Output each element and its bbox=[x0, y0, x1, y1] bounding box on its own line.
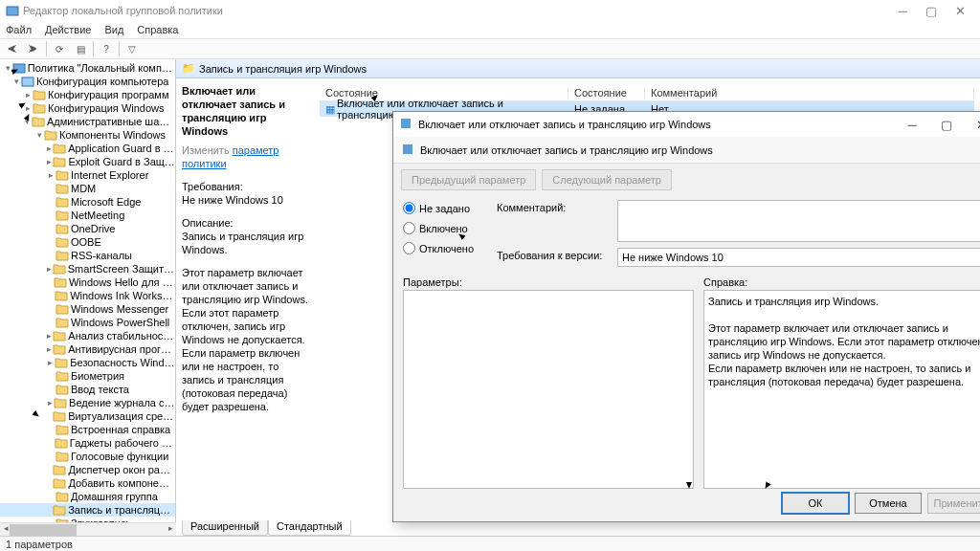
forward-icon[interactable]: ⮞ bbox=[25, 40, 42, 57]
menubar: Файл Действие Вид Справка bbox=[0, 21, 980, 38]
tree-scrollbar[interactable]: ◂ ▸ bbox=[0, 522, 176, 536]
detail-header: Запись и трансляция игр Windows bbox=[199, 63, 367, 75]
tab-standard[interactable]: Стандартный bbox=[268, 520, 351, 536]
tree-item[interactable]: Microsoft Edge bbox=[0, 195, 175, 209]
policy-title: Включает или отключает запись и трансляц… bbox=[182, 84, 312, 138]
req-label: Требования: bbox=[182, 181, 243, 192]
tree-item[interactable]: Голосовые функции bbox=[0, 450, 175, 463]
svg-rect-4 bbox=[403, 144, 412, 154]
radio-notset[interactable]: Не задано bbox=[403, 202, 483, 214]
tree-item[interactable]: Добавить компоненты в Wind bbox=[0, 476, 175, 490]
dialog-icon bbox=[399, 117, 412, 132]
toolbar: ⮜ ⮞ ⟳ ▤ ? ▽ bbox=[0, 38, 980, 59]
svg-rect-1 bbox=[13, 64, 25, 73]
radio-disabled[interactable]: Отключено bbox=[403, 242, 483, 254]
tree-item[interactable]: Встроенная справка bbox=[0, 423, 175, 436]
tree-item[interactable]: Ведение журнала событий bbox=[0, 396, 175, 409]
help-label: Справка: bbox=[703, 276, 980, 288]
tree-item[interactable]: Ввод текста bbox=[0, 383, 175, 396]
tree-item[interactable]: OOBE bbox=[0, 235, 175, 249]
tree-item[interactable]: MDM bbox=[0, 182, 175, 195]
comment-label: Комментарий: bbox=[497, 200, 612, 213]
gpedit-icon bbox=[6, 4, 19, 17]
comment-input[interactable] bbox=[617, 200, 980, 242]
version-label: Требования к версии: bbox=[497, 248, 612, 261]
tree-item[interactable]: Домашняя группа bbox=[0, 490, 175, 503]
policy-item-icon: ▦ bbox=[325, 103, 335, 116]
filter-icon[interactable]: ▽ bbox=[123, 40, 141, 57]
scroll-thumb[interactable] bbox=[10, 524, 77, 536]
titlebar: Редактор локальной групповой политики ─ … bbox=[0, 0, 980, 21]
tree-item[interactable]: Биометрия bbox=[0, 369, 175, 383]
tree-item[interactable]: Безопасность Windows bbox=[0, 356, 175, 369]
next-policy-button: Следующий параметр bbox=[542, 169, 672, 190]
tree-item[interactable]: Internet Explorer bbox=[0, 168, 175, 182]
tree-item[interactable]: Windows Messenger bbox=[0, 302, 175, 316]
col-name[interactable]: Состояние bbox=[320, 87, 568, 99]
ok-button[interactable]: ОК bbox=[782, 493, 849, 514]
params-label: Параметры: bbox=[403, 276, 694, 288]
window-title: Редактор локальной групповой политики bbox=[23, 5, 223, 16]
desc-value: Запись и трансляция игр Windows. bbox=[182, 231, 303, 255]
menu-view[interactable]: Вид bbox=[104, 24, 123, 35]
tree-item[interactable]: OneDrive bbox=[0, 222, 175, 235]
scroll-right-icon[interactable]: ▸ bbox=[165, 523, 176, 533]
menu-file[interactable]: Файл bbox=[6, 24, 32, 35]
tree-item[interactable]: Запись и трансляция игр Wind bbox=[0, 503, 175, 517]
prev-policy-button: Предыдущий параметр bbox=[401, 169, 536, 190]
tree-computer-config[interactable]: Конфигурация компьютера bbox=[0, 75, 175, 88]
dialog-title: Включает или отключает запись и трансляц… bbox=[418, 119, 711, 130]
tree-admin[interactable]: Административные шаблоны bbox=[0, 115, 175, 128]
version-value bbox=[617, 248, 980, 267]
tree-winconf[interactable]: Конфигурация Windows bbox=[0, 101, 175, 115]
tree-item[interactable]: Диспетчер окон рабочего сто bbox=[0, 463, 175, 476]
policy-dialog: Включает или отключает запись и трансляц… bbox=[392, 111, 980, 522]
dialog-sub-icon bbox=[401, 143, 414, 158]
minimize-button[interactable]: ─ bbox=[888, 4, 917, 18]
menu-action[interactable]: Действие bbox=[45, 24, 91, 35]
tree-item[interactable]: Гаджеты рабочего стола bbox=[0, 436, 175, 450]
col-state[interactable]: Состояние bbox=[568, 87, 645, 99]
radio-enabled[interactable]: Включено bbox=[403, 222, 483, 234]
req-value: Не ниже Windows 10 bbox=[182, 194, 283, 206]
properties-icon[interactable]: ▤ bbox=[72, 40, 89, 57]
back-icon[interactable]: ⮜ bbox=[4, 40, 21, 57]
dialog-maximize[interactable]: ▢ bbox=[929, 118, 964, 132]
tree-item[interactable]: Application Guard в Защитнике bbox=[0, 142, 175, 155]
maximize-button[interactable]: ▢ bbox=[917, 4, 946, 18]
tree-item[interactable]: Exploit Guard в Защитнике Wi bbox=[0, 155, 175, 168]
desc-extra: Этот параметр включает или отключает зап… bbox=[182, 266, 312, 413]
apply-button: Применить bbox=[927, 493, 980, 514]
tree-soft[interactable]: Конфигурация программ bbox=[0, 88, 175, 101]
desc-label: Описание: bbox=[182, 217, 234, 229]
col-comment[interactable]: Комментарий bbox=[645, 87, 974, 99]
menu-help[interactable]: Справка bbox=[137, 24, 178, 35]
dialog-close[interactable]: ✕ bbox=[964, 118, 980, 132]
cancel-button[interactable]: Отмена bbox=[855, 493, 922, 514]
tree-item[interactable]: Анализ стабильности Window bbox=[0, 329, 175, 342]
params-pane bbox=[403, 290, 694, 489]
svg-rect-3 bbox=[401, 119, 411, 128]
tree-item[interactable]: Антивирусная программа "Зац bbox=[0, 342, 175, 356]
nav-tree[interactable]: Политика "Локальный компьютер"Конфигурац… bbox=[0, 59, 176, 536]
folder-icon: 📁 bbox=[182, 62, 195, 75]
tree-item[interactable]: Windows Ink Workspace bbox=[0, 289, 175, 302]
help-pane[interactable] bbox=[703, 290, 980, 489]
tree-item[interactable]: NetMeeting bbox=[0, 209, 175, 222]
tree-components[interactable]: Компоненты Windows bbox=[0, 128, 175, 142]
tree-item[interactable]: Виртуализация средств взаим bbox=[0, 409, 175, 423]
tree-root[interactable]: Политика "Локальный компьютер" bbox=[0, 61, 175, 75]
tab-extended[interactable]: Расширенный bbox=[182, 520, 268, 536]
refresh-icon[interactable]: ⟳ bbox=[51, 40, 68, 57]
tree-item[interactable]: RSS-каналы bbox=[0, 249, 175, 262]
statusbar: 1 параметров bbox=[0, 536, 980, 551]
close-button[interactable]: ✕ bbox=[946, 4, 974, 18]
svg-rect-0 bbox=[7, 7, 18, 15]
help-icon[interactable]: ? bbox=[98, 40, 115, 57]
status-text: 1 параметров bbox=[6, 539, 73, 550]
tree-item[interactable]: SmartScreen Защитника Window bbox=[0, 262, 175, 276]
dialog-subhead: Включает или отключает запись и трансляц… bbox=[420, 144, 713, 156]
tree-item[interactable]: Windows Hello для бизнеса bbox=[0, 276, 175, 289]
tree-item[interactable]: Windows PowerShell bbox=[0, 316, 175, 329]
dialog-minimize[interactable]: ─ bbox=[895, 118, 929, 132]
